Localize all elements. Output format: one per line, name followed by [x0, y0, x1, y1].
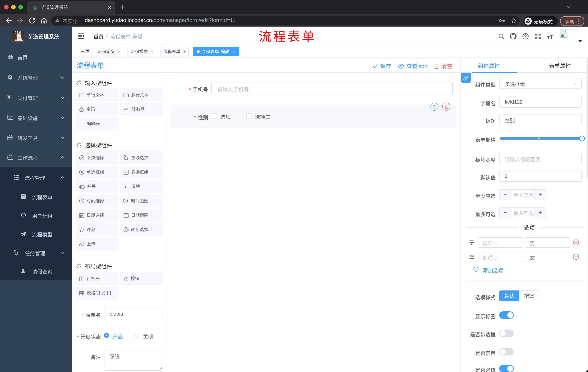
- svg-text:123: 123: [123, 107, 128, 110]
